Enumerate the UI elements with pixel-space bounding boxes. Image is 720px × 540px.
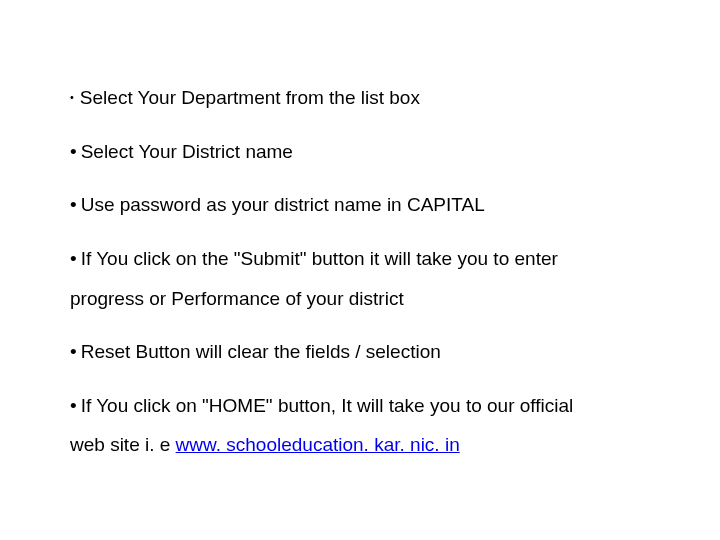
item-text: Select Your District name [81,141,293,162]
item-continuation: web site i. e www. schooleducation. kar.… [70,432,650,458]
item-text: Use password as your district name in CA… [81,194,485,215]
list-item: •Use password as your district name in C… [70,192,650,218]
bullet-icon: • [70,90,74,105]
item-text-prefix: web site i. e [70,434,176,455]
item-continuation: progress or Performance of your district [70,286,650,312]
bullet-icon: • [70,192,77,218]
bullet-icon: • [70,246,77,272]
list-item: •If You click on "HOME" button, It will … [70,393,650,419]
list-item: •If You click on the "Submit" button it … [70,246,650,272]
website-link[interactable]: www. schooleducation. kar. nic. in [176,434,460,455]
list-item: •Reset Button will clear the fields / se… [70,339,650,365]
instruction-list: •Select Your Department from the list bo… [70,85,650,458]
list-item: •Select Your Department from the list bo… [70,85,650,111]
item-text: progress or Performance of your district [70,288,404,309]
list-item: •Select Your District name [70,139,650,165]
bullet-icon: • [70,393,77,419]
item-text: Reset Button will clear the fields / sel… [81,341,441,362]
item-text: If You click on "HOME" button, It will t… [81,395,574,416]
bullet-icon: • [70,139,77,165]
item-text: Select Your Department from the list box [80,87,420,108]
bullet-icon: • [70,339,77,365]
item-text: If You click on the "Submit" button it w… [81,248,558,269]
